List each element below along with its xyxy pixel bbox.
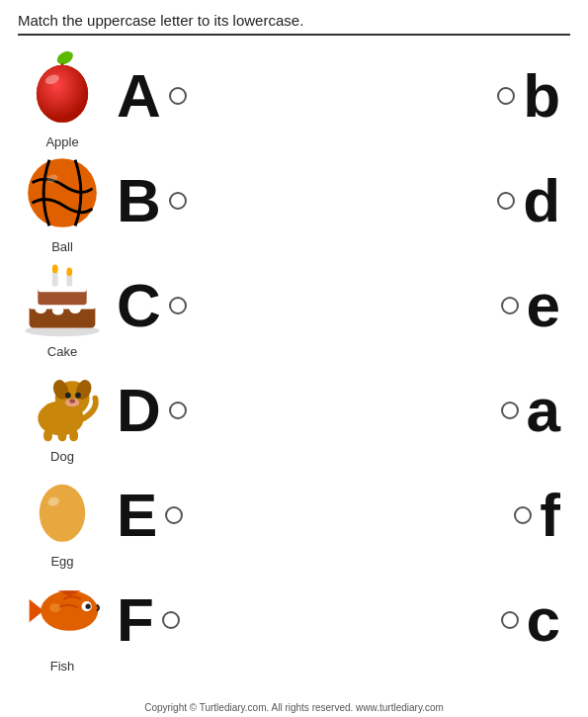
radio-right-fish[interactable] <box>501 611 519 629</box>
footer: Copyright © Turtlediary.com. All rights … <box>0 702 588 713</box>
svg-point-26 <box>69 399 75 403</box>
row-dog: DogDa <box>18 358 570 463</box>
lowercase-letter-cake: e <box>527 275 560 336</box>
radio-left-cake[interactable] <box>169 297 187 314</box>
image-col-fish: Fish <box>18 568 107 673</box>
uppercase-col-fish: F <box>107 589 235 651</box>
uppercase-letter-egg: E <box>117 485 157 546</box>
lowercase-letter-dog: a <box>527 380 560 441</box>
right-col-egg: f <box>442 485 570 546</box>
right-col-fish: c <box>442 589 570 651</box>
svg-point-11 <box>52 306 64 314</box>
radio-left-egg[interactable] <box>165 506 183 524</box>
svg-point-10 <box>35 305 46 314</box>
image-col-egg: Egg <box>18 463 107 569</box>
image-col-cake: Cake <box>18 253 107 359</box>
image-col-apple: Apple <box>18 44 107 149</box>
row-ball: BallBd <box>18 148 570 253</box>
row-apple: AppleAb <box>18 44 570 148</box>
svg-point-30 <box>40 484 85 541</box>
row-egg: EggEf <box>18 463 570 568</box>
lowercase-letter-apple: b <box>523 65 560 127</box>
radio-left-ball[interactable] <box>169 192 187 210</box>
lowercase-letter-fish: c <box>527 589 560 651</box>
rows-container: AppleAb BallBd CakeCe <box>18 44 570 672</box>
uppercase-letter-dog: D <box>117 380 161 441</box>
image-col-dog: Dog <box>18 358 107 464</box>
radio-right-apple[interactable] <box>497 87 515 105</box>
image-col-ball: Ball <box>18 148 107 254</box>
lowercase-letter-egg: f <box>540 485 560 546</box>
row-fish: FishFc <box>18 568 570 672</box>
right-col-dog: a <box>442 380 570 441</box>
uppercase-col-ball: B <box>107 170 235 231</box>
page-title: Match the uppercase letter to its lowerc… <box>18 12 303 29</box>
image-label-cake: Cake <box>47 344 77 359</box>
svg-point-37 <box>49 603 61 612</box>
uppercase-letter-fish: F <box>117 589 154 651</box>
right-col-ball: d <box>442 170 570 231</box>
svg-point-24 <box>75 392 81 398</box>
svg-point-23 <box>65 392 71 398</box>
uppercase-col-egg: E <box>107 485 235 546</box>
uppercase-letter-cake: C <box>117 275 161 336</box>
image-label-apple: Apple <box>45 134 78 149</box>
uppercase-letter-apple: A <box>117 65 161 127</box>
svg-point-3 <box>37 64 88 122</box>
svg-rect-27 <box>43 429 52 441</box>
svg-point-0 <box>54 48 75 67</box>
row-cake: CakeCe <box>18 253 570 358</box>
radio-left-fish[interactable] <box>162 611 180 629</box>
radio-right-cake[interactable] <box>501 297 519 314</box>
image-label-dog: Dog <box>50 449 74 464</box>
svg-point-12 <box>69 305 81 314</box>
svg-point-18 <box>66 267 72 276</box>
uppercase-col-dog: D <box>107 380 235 441</box>
image-label-ball: Ball <box>51 239 73 254</box>
svg-rect-14 <box>38 284 86 291</box>
radio-right-ball[interactable] <box>497 192 515 210</box>
radio-left-dog[interactable] <box>169 402 187 419</box>
svg-point-36 <box>86 603 91 608</box>
svg-rect-29 <box>69 429 78 441</box>
svg-point-17 <box>52 264 58 273</box>
page: Match the uppercase letter to its lowerc… <box>0 0 588 717</box>
radio-right-dog[interactable] <box>501 402 519 419</box>
uppercase-col-apple: A <box>107 65 235 127</box>
uppercase-col-cake: C <box>107 275 235 336</box>
right-col-cake: e <box>442 275 570 336</box>
svg-rect-28 <box>58 429 67 441</box>
uppercase-letter-ball: B <box>117 170 161 231</box>
radio-right-egg[interactable] <box>514 506 532 524</box>
radio-left-apple[interactable] <box>169 87 187 105</box>
image-label-fish: Fish <box>50 659 75 673</box>
right-col-apple: b <box>442 65 570 127</box>
title-bar: Match the uppercase letter to its lowerc… <box>18 12 570 36</box>
lowercase-letter-ball: d <box>523 170 560 231</box>
image-label-egg: Egg <box>50 554 73 569</box>
